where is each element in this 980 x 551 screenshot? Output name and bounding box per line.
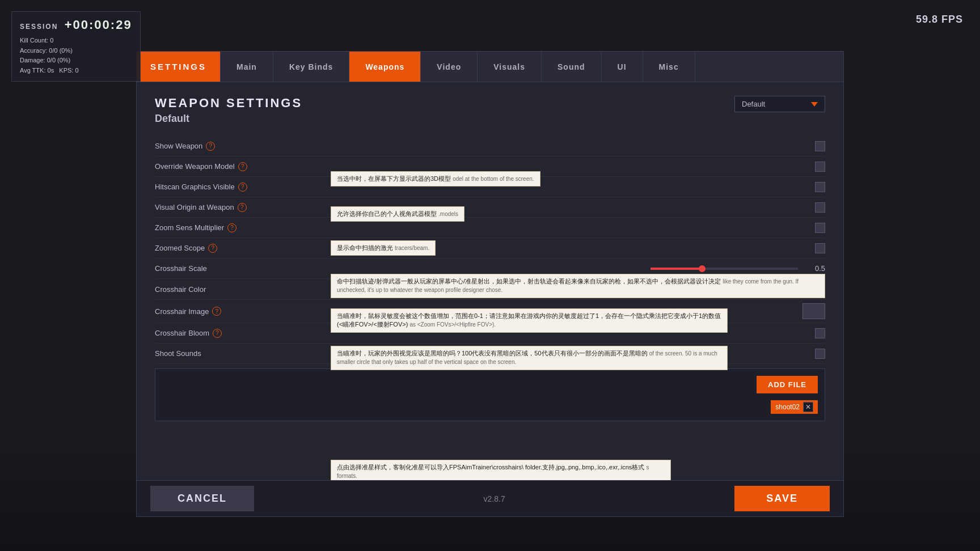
fps-counter: 59.8 FPS: [916, 14, 963, 26]
crosshair-bloom-toggle[interactable]: [815, 328, 825, 338]
shoot-sounds-toggle[interactable]: [815, 349, 825, 359]
tab-ui[interactable]: UI: [602, 52, 643, 82]
file-tag-name: shoot02: [775, 403, 800, 411]
show-weapon-label: Show Weapon ?: [155, 142, 325, 151]
crosshair-image-picker[interactable]: [802, 303, 825, 319]
override-weapon-label: Override Weapon Model ?: [155, 162, 325, 171]
row-crosshair-bloom: Crosshair Bloom ? 当武器开火，准星会往外扩散 crosshai…: [155, 323, 825, 344]
visual-origin-label: Visual Origin at Weapon ?: [155, 203, 325, 212]
show-weapon-control: [325, 141, 825, 151]
settings-panel: SETTINGS Main Key Binds Weapons Video Vi…: [136, 51, 844, 517]
crosshair-image-control: [325, 303, 825, 319]
row-crosshair-image: Crosshair Image ? 点由选择准星样式，客制化准星可以导入FPSA…: [155, 300, 825, 323]
tab-misc[interactable]: Misc: [643, 52, 695, 82]
tab-visuals[interactable]: Visuals: [478, 52, 542, 82]
crosshair-bloom-label: Crosshair Bloom ?: [155, 329, 325, 338]
zoomed-scope-toggle[interactable]: [815, 243, 825, 253]
weapon-settings-title: WEAPON SETTINGS: [155, 96, 825, 111]
cancel-button[interactable]: CANCEL: [150, 486, 254, 511]
tab-weapons[interactable]: Weapons: [349, 52, 421, 82]
session-timer: +00:00:29: [65, 18, 132, 32]
crosshair-scale-value: 0.5: [802, 264, 825, 273]
zoom-sens-control: [325, 223, 825, 233]
tab-video[interactable]: Video: [421, 52, 478, 82]
row-crosshair-scale: Crosshair Scale 0.5: [155, 258, 825, 279]
session-box: SESSION +00:00:29 Kill Count: 0 Accuracy…: [11, 11, 141, 82]
add-file-button[interactable]: ADD FILE: [757, 376, 818, 393]
tab-main[interactable]: Main: [221, 52, 273, 82]
session-stats: Kill Count: 0 Accuracy: 0/0 (0%) Damage:…: [20, 36, 132, 75]
visual-origin-control: [325, 202, 825, 213]
zoomed-scope-control: [325, 243, 825, 253]
shoot-sounds-label: Shoot Sounds: [155, 349, 325, 358]
zoom-sens-help-icon[interactable]: ?: [227, 223, 236, 232]
hitscan-help-icon[interactable]: ?: [238, 183, 247, 192]
settings-content: WEAPON SETTINGS Default Default Show Wea…: [137, 82, 843, 480]
row-hitscan: Hitscan Graphics Visible ? 显示命中扫描的激光 tra…: [155, 177, 825, 197]
zoomed-scope-help-icon[interactable]: ?: [208, 244, 217, 253]
weapon-settings-subtitle: Default: [155, 113, 825, 125]
hitscan-toggle[interactable]: [815, 182, 825, 192]
crosshair-image-help-icon[interactable]: ?: [212, 307, 221, 316]
file-upload-area: ADD FILE shoot02 ✕: [155, 368, 825, 421]
override-weapon-control: [325, 162, 825, 172]
crosshair-scale-control: 0.5: [325, 264, 825, 273]
tab-sound[interactable]: Sound: [542, 52, 602, 82]
show-weapon-help-icon[interactable]: ?: [206, 142, 215, 151]
profile-dropdown[interactable]: Default: [734, 96, 825, 112]
row-zoom-sens: Zoom Sens Multiplier ? 当瞄准时，鼠标灵敏度会被这个数值增…: [155, 218, 825, 238]
crosshair-color-swatch[interactable]: [802, 282, 825, 296]
version-text: v2.8.7: [484, 494, 505, 503]
nav-tabs: Main Key Binds Weapons Video Visuals Sou…: [221, 52, 843, 82]
settings-label: SETTINGS: [137, 52, 221, 82]
profile-dropdown-text: Default: [742, 100, 806, 108]
crosshair-color-control: [325, 282, 825, 296]
settings-header: SETTINGS Main Key Binds Weapons Video Vi…: [137, 52, 843, 82]
crosshair-scale-label: Crosshair Scale: [155, 264, 325, 273]
show-weapon-toggle[interactable]: [815, 141, 825, 151]
slider-track[interactable]: [650, 268, 798, 270]
tooltip-crosshair-image: 点由选择准星样式，客制化准星可以导入FPSAimTrainer\crosshai…: [331, 460, 671, 480]
crosshair-image-label: Crosshair Image ?: [155, 307, 325, 316]
file-tag-remove-button[interactable]: ✕: [803, 402, 813, 412]
tab-keybinds[interactable]: Key Binds: [273, 52, 349, 82]
bottom-bar: CANCEL v2.8.7 SAVE: [137, 480, 843, 516]
zoom-sens-toggle[interactable]: [815, 223, 825, 233]
visual-origin-toggle[interactable]: [815, 202, 825, 213]
row-shoot-sounds: Shoot Sounds: [155, 344, 825, 364]
row-zoomed-scope: Zoomed Scope ? 当瞄准时，玩家的外围视觉应该是黑暗的吗？100代表…: [155, 238, 825, 258]
dropdown-arrow-icon: [811, 102, 818, 107]
row-show-weapon: Show Weapon ? 当选中时，在屏幕下方显示武器的3D模型 odel a…: [155, 136, 825, 156]
save-button[interactable]: SAVE: [734, 486, 830, 511]
zoom-sens-label: Zoom Sens Multiplier ?: [155, 223, 325, 232]
hitscan-control: [325, 182, 825, 192]
row-crosshair-color: Crosshair Color: [155, 279, 825, 300]
session-label: SESSION +00:00:29: [20, 18, 132, 32]
crosshair-scale-slider[interactable]: 0.5: [650, 264, 825, 273]
file-tag: shoot02 ✕: [771, 400, 818, 414]
zoomed-scope-label: Zoomed Scope ?: [155, 244, 325, 253]
hitscan-label: Hitscan Graphics Visible ?: [155, 183, 325, 192]
override-weapon-help-icon[interactable]: ?: [238, 162, 247, 171]
override-weapon-toggle[interactable]: [815, 162, 825, 172]
shoot-sounds-control: [325, 349, 825, 359]
row-override-weapon: Override Weapon Model ? 允许选择你自己的个人视角武器模型…: [155, 156, 825, 177]
crosshair-bloom-help-icon[interactable]: ?: [213, 329, 222, 338]
row-visual-origin: Visual Origin at Weapon ? 命中扫描轨迹/射弹武器一般从…: [155, 197, 825, 218]
crosshair-color-label: Crosshair Color: [155, 285, 325, 294]
visual-origin-help-icon[interactable]: ?: [238, 203, 247, 212]
crosshair-bloom-control: [325, 328, 825, 338]
